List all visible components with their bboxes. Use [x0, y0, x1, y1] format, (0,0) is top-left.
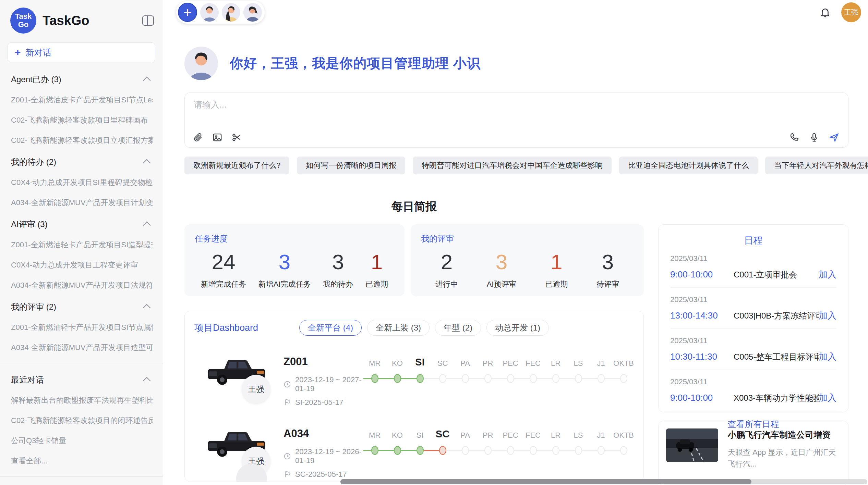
milestone-dot [462, 374, 469, 383]
news-title: 小鹏飞行汽车制造公司增资 [728, 429, 841, 440]
sidebar-conversation-item[interactable]: 公司Q3轻卡销量 [11, 436, 153, 446]
milestone-cell[interactable]: PA [454, 425, 477, 455]
join-link[interactable]: 加入 [819, 351, 836, 363]
suggestion-chip[interactable]: 特朗普可能对进口汽车增税会对中国车企造成哪些影响 [413, 157, 612, 174]
join-link[interactable]: 加入 [819, 310, 836, 322]
milestone-label: KO [392, 425, 403, 440]
section-header-recent[interactable]: 最近对话 [11, 374, 153, 385]
topbar-right: 王强 [819, 2, 861, 22]
milestone-cell[interactable]: SI [409, 353, 431, 383]
dashboard-tab[interactable]: 动总开发 (1) [486, 320, 549, 336]
milestone-cell[interactable]: PEC [499, 425, 522, 455]
new-chat-button[interactable]: + 新对话 [8, 42, 155, 62]
schedule-line: 13:00-14:30 C003|H0B-方案冻结评审 加入 [670, 310, 836, 322]
milestone-cell[interactable]: SI [409, 425, 431, 455]
milestone-cell[interactable]: FEC [522, 425, 544, 455]
milestone-dot [371, 446, 378, 455]
sidebar-conversation-item[interactable]: A034-全新新能源MUV产品开发项目造型可行性评审 [11, 343, 153, 353]
horizontal-scrollbar[interactable] [340, 479, 867, 484]
dashboard-tab[interactable]: 年型 (2) [435, 320, 481, 336]
project-row-z001[interactable]: 王强 Z001 2023-12-19 ~ 2027-01-19 [194, 353, 634, 408]
sidebar-conversation-item[interactable]: 查看全部... [11, 456, 153, 466]
milestone-cell[interactable]: J1 [590, 353, 612, 383]
collapse-sidebar-icon[interactable] [142, 15, 154, 26]
avatar[interactable] [200, 3, 219, 22]
sidebar-conversation-item[interactable]: 解释最新出台的欧盟报废车法规再生塑料比例被调至15%... [11, 395, 153, 406]
schedule-time: 9:00-10:00 [670, 269, 734, 280]
schedule-title: 日程 [670, 234, 836, 247]
sidebar-conversation-item[interactable]: C0X4-动力总成开发项目SI里程碑提交物检查 [11, 177, 153, 188]
milestone-dot [598, 446, 605, 455]
milestone-cell[interactable]: LS [567, 425, 590, 455]
join-link[interactable]: 加入 [819, 392, 836, 404]
image-icon[interactable] [212, 132, 222, 142]
milestone-cell[interactable]: PEC [499, 353, 522, 383]
news-card[interactable]: 小鹏飞行汽车制造公司增资 天眼查 App 显示，近日广州汇天飞行汽... [658, 421, 848, 485]
top-bar: + 王强 [163, 0, 868, 25]
user-avatar[interactable]: 王强 [841, 2, 861, 22]
flag-icon [284, 399, 291, 406]
join-link[interactable]: 加入 [819, 269, 836, 281]
news-snippet: 天眼查 App 显示，近日广州汇天飞行汽... [728, 447, 841, 470]
section-header-my-todo[interactable]: 我的待办 (2) [11, 157, 153, 167]
milestone-cell[interactable]: LS [567, 353, 590, 383]
briefing-header: 每日简报 [184, 199, 644, 214]
sidebar-conversation-item[interactable]: C02-飞腾新能源轻客改款项目的闭环通告反馈情况 [11, 415, 153, 426]
stat-cell: 3 我的待办 [323, 250, 353, 289]
milestone-label: LS [574, 353, 583, 368]
milestone-cell[interactable]: SC [431, 353, 454, 383]
milestone-cell[interactable]: LR [544, 425, 567, 455]
avatar[interactable] [222, 3, 240, 22]
add-member-button[interactable]: + [178, 3, 197, 22]
milestone-cell[interactable]: PR [477, 353, 499, 383]
sidebar-conversation-item[interactable]: C02-飞腾新能源轻客改款项目里程碑画布 [11, 115, 153, 125]
sidebar-conversation-item[interactable]: A034-全新新能源MUV产品开发项目法规符合性评审 [11, 280, 153, 290]
milestone-cell[interactable]: KO [386, 353, 409, 383]
suggestion-chip[interactable]: 比亚迪全固态电池计划具体说了什么 [619, 157, 758, 174]
milestone-cell[interactable]: PR [477, 425, 499, 455]
milestone-cell[interactable]: MR [363, 353, 386, 383]
phone-icon[interactable] [789, 132, 799, 142]
stat-label: 待评审 [596, 279, 619, 289]
dashboard-tab[interactable]: 全新上装 (3) [367, 320, 430, 336]
sidebar-conversation-item[interactable]: C0X4-动力总成开发项目工程变更评审 [11, 260, 153, 270]
milestone-cell[interactable]: MR [363, 425, 386, 455]
section-header-ai-review[interactable]: AI评审 (3) [11, 219, 153, 230]
sidebar-conversation-item[interactable]: A034-全新新能源MUV产品开发项目计划变更表编写 [11, 198, 153, 208]
send-icon[interactable] [829, 132, 839, 142]
milestone-cell[interactable]: OKTB [612, 425, 635, 455]
milestone-cell[interactable]: OKTB [612, 353, 635, 383]
sidebar-conversation-item[interactable]: Z001-全新燃油皮卡产品开发项目SI节点Lesson Learn报告 [11, 95, 153, 105]
milestone-cell[interactable]: PA [454, 353, 477, 383]
attachment-icon[interactable] [193, 132, 203, 142]
news-body: 小鹏飞行汽车制造公司增资 天眼查 App 显示，近日广州汇天飞行汽... [728, 428, 841, 478]
avatar[interactable] [243, 3, 262, 22]
scissors-icon[interactable] [231, 132, 242, 142]
milestone-label: MR [369, 425, 381, 440]
sidebar-conversation-item[interactable]: Z001-全新燃油轻卡产品开发项目SI节点属性5D文件评审 [11, 322, 153, 333]
milestone-cell[interactable]: FEC [522, 353, 544, 383]
sidebar-conversation-item[interactable]: C02-飞腾新能源轻客改款项目立项汇报方案 [11, 135, 153, 146]
milestone-cell[interactable]: J1 [590, 425, 612, 455]
milestone-cell[interactable]: LR [544, 353, 567, 383]
milestone-label: J1 [597, 353, 605, 368]
app-window: Task Go TaskGo + 新对话 Agent已办 (3) Z001-全新… [0, 0, 868, 485]
suggestion-chip[interactable]: 当下年轻人对汽车外观有怎样的喜好趋势 [765, 157, 868, 174]
sidebar-conversation-item[interactable]: Z001-全新燃油轻卡产品开发项目SI造型提交物评审 [11, 240, 153, 250]
milestone-cell[interactable]: SC [431, 425, 454, 455]
milestone-label: PR [483, 353, 493, 368]
suggestion-chip[interactable]: 如何写一份清晰的项目周报 [297, 157, 405, 174]
stat-cell: 2 进行中 [435, 250, 458, 289]
microphone-icon[interactable] [809, 132, 819, 142]
chat-input[interactable] [194, 100, 839, 110]
new-chat-label: 新对话 [26, 47, 51, 58]
suggestion-chip[interactable]: 欧洲新规最近颁布了什么? [184, 157, 289, 174]
milestone-dot [575, 374, 582, 383]
dashboard-tab[interactable]: 全新平台 (4) [299, 320, 362, 336]
notification-bell-icon[interactable] [819, 7, 831, 18]
scrollbar-thumb[interactable] [340, 479, 751, 484]
section-header-agent-done[interactable]: Agent已办 (3) [11, 74, 153, 85]
greeting-text: 你好，王强，我是你的项目管理助理 小识 [230, 54, 481, 73]
section-header-my-review[interactable]: 我的评审 (2) [11, 301, 153, 312]
milestone-cell[interactable]: KO [386, 425, 409, 455]
